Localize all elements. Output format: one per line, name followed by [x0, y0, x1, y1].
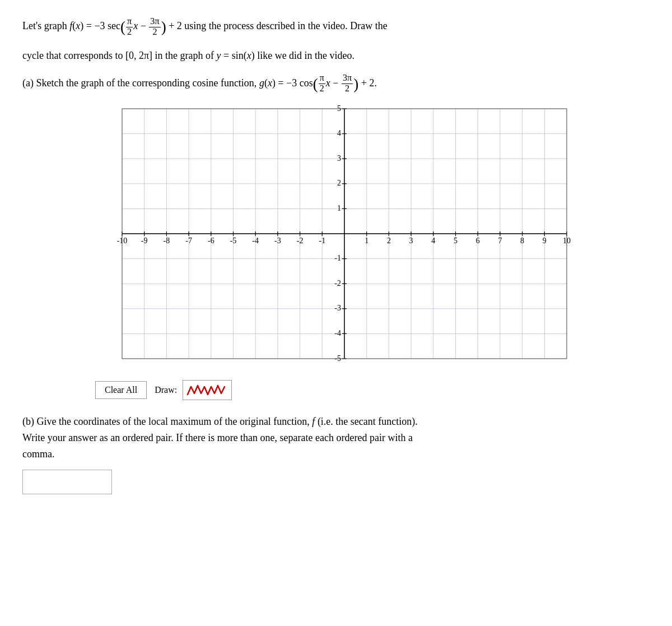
wave-draw-icon	[186, 382, 226, 398]
problem-intro: Let's graph f(x) = −3 sec(π2x − 3π2) + 2…	[22, 17, 650, 38]
graph-area[interactable]	[95, 100, 577, 374]
graph-canvas[interactable]	[95, 100, 577, 374]
draw-icon-box	[183, 380, 232, 400]
toolbar: Clear All Draw:	[95, 380, 577, 400]
clear-all-button[interactable]: Clear All	[95, 381, 147, 399]
part-b-line3: comma.	[22, 446, 650, 462]
part-a-label: (a) Sketch the graph of the correspondin…	[22, 73, 650, 94]
draw-label: Draw:	[155, 383, 177, 397]
part-b: (b) Give the coordinates of the local ma…	[22, 414, 650, 462]
part-b-line1: (b) Give the coordinates of the local ma…	[22, 414, 650, 430]
part-b-line2: Write your answer as an ordered pair. If…	[22, 430, 650, 446]
problem-intro-line2: cycle that corresponds to [0, 2π] in the…	[22, 48, 650, 64]
answer-input-box[interactable]	[22, 470, 112, 494]
intro-text: Let's graph f(x) = −3 sec(π2x − 3π2) + 2…	[22, 20, 388, 31]
